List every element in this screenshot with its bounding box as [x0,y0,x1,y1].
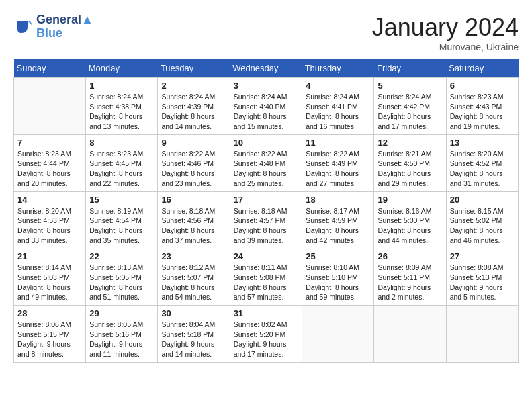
calendar-cell: 26Sunrise: 8:09 AM Sunset: 5:11 PM Dayli… [374,248,446,306]
calendar-cell: 31Sunrise: 8:02 AM Sunset: 5:20 PM Dayli… [230,306,302,363]
calendar-cell: 17Sunrise: 8:18 AM Sunset: 4:57 PM Dayli… [230,191,302,248]
day-number: 31 [234,308,299,318]
calendar-cell: 22Sunrise: 8:13 AM Sunset: 5:05 PM Dayli… [86,248,158,306]
day-info: Sunrise: 8:16 AM Sunset: 5:00 PM Dayligh… [378,206,442,246]
day-info: Sunrise: 8:22 AM Sunset: 4:49 PM Dayligh… [306,149,370,189]
calendar-cell: 27Sunrise: 8:08 AM Sunset: 5:13 PM Dayli… [446,248,518,306]
day-of-week-sunday: Sunday [14,59,86,78]
day-info: Sunrise: 8:15 AM Sunset: 5:02 PM Dayligh… [450,206,515,246]
calendar-cell: 21Sunrise: 8:14 AM Sunset: 5:03 PM Dayli… [14,248,86,306]
day-of-week-friday: Friday [374,59,446,78]
day-number: 14 [17,195,82,205]
logo-icon [13,17,34,37]
calendar-cell: 8Sunrise: 8:23 AM Sunset: 4:45 PM Daylig… [86,134,158,191]
day-number: 23 [161,251,226,261]
day-info: Sunrise: 8:13 AM Sunset: 5:05 PM Dayligh… [89,263,154,302]
day-info: Sunrise: 8:08 AM Sunset: 5:13 PM Dayligh… [450,263,515,302]
day-info: Sunrise: 8:10 AM Sunset: 5:10 PM Dayligh… [306,263,370,302]
day-info: Sunrise: 8:24 AM Sunset: 4:40 PM Dayligh… [234,92,299,132]
day-number: 16 [161,195,226,205]
calendar-cell: 6Sunrise: 8:23 AM Sunset: 4:43 PM Daylig… [446,78,518,135]
day-number: 26 [378,251,442,261]
day-number: 20 [450,195,515,205]
calendar-cell: 14Sunrise: 8:20 AM Sunset: 4:53 PM Dayli… [14,191,86,248]
day-number: 5 [378,81,442,91]
calendar-cell: 24Sunrise: 8:11 AM Sunset: 5:08 PM Dayli… [230,248,302,306]
calendar-cell [446,306,518,363]
day-number: 2 [161,81,226,91]
day-info: Sunrise: 8:23 AM Sunset: 4:45 PM Dayligh… [89,149,154,189]
day-number: 8 [89,138,154,148]
day-info: Sunrise: 8:09 AM Sunset: 5:11 PM Dayligh… [378,263,442,302]
day-number: 27 [450,251,515,261]
calendar-cell: 3Sunrise: 8:24 AM Sunset: 4:40 PM Daylig… [230,78,302,135]
day-number: 11 [306,138,370,148]
day-number: 18 [306,195,370,205]
day-info: Sunrise: 8:22 AM Sunset: 4:48 PM Dayligh… [234,149,299,189]
day-info: Sunrise: 8:14 AM Sunset: 5:03 PM Dayligh… [17,263,82,302]
month-title: January 2024 [372,13,519,42]
day-number: 13 [450,138,515,148]
day-info: Sunrise: 8:17 AM Sunset: 4:59 PM Dayligh… [306,206,370,246]
calendar-cell [14,78,86,135]
calendar-cell: 30Sunrise: 8:04 AM Sunset: 5:18 PM Dayli… [158,306,230,363]
day-info: Sunrise: 8:24 AM Sunset: 4:39 PM Dayligh… [161,92,226,132]
day-info: Sunrise: 8:24 AM Sunset: 4:42 PM Dayligh… [378,92,442,132]
page-header: General▲ Blue January 2024 Murovane, Ukr… [13,13,519,52]
day-number: 7 [17,138,82,148]
day-number: 3 [234,81,299,91]
calendar-cell: 4Sunrise: 8:24 AM Sunset: 4:41 PM Daylig… [302,78,374,135]
day-info: Sunrise: 8:23 AM Sunset: 4:44 PM Dayligh… [17,149,82,189]
day-of-week-monday: Monday [86,59,158,78]
calendar-cell: 7Sunrise: 8:23 AM Sunset: 4:44 PM Daylig… [14,134,86,191]
day-number: 12 [378,138,442,148]
calendar-cell: 12Sunrise: 8:21 AM Sunset: 4:50 PM Dayli… [374,134,446,191]
day-number: 22 [89,251,154,261]
day-of-week-wednesday: Wednesday [230,59,302,78]
day-number: 25 [306,251,370,261]
calendar-header: SundayMondayTuesdayWednesdayThursdayFrid… [14,59,519,78]
calendar-cell: 19Sunrise: 8:16 AM Sunset: 5:00 PM Dayli… [374,191,446,248]
day-info: Sunrise: 8:06 AM Sunset: 5:15 PM Dayligh… [17,320,82,359]
day-number: 10 [234,138,299,148]
week-row-1: 1Sunrise: 8:24 AM Sunset: 4:38 PM Daylig… [14,78,519,135]
calendar-cell [374,306,446,363]
logo: General▲ Blue [13,13,93,40]
week-row-4: 21Sunrise: 8:14 AM Sunset: 5:03 PM Dayli… [14,248,519,306]
day-info: Sunrise: 8:18 AM Sunset: 4:56 PM Dayligh… [161,206,226,246]
day-number: 30 [161,308,226,318]
week-row-2: 7Sunrise: 8:23 AM Sunset: 4:44 PM Daylig… [14,134,519,191]
day-info: Sunrise: 8:19 AM Sunset: 4:54 PM Dayligh… [89,206,154,246]
week-row-3: 14Sunrise: 8:20 AM Sunset: 4:53 PM Dayli… [14,191,519,248]
calendar-cell: 10Sunrise: 8:22 AM Sunset: 4:48 PM Dayli… [230,134,302,191]
day-number: 9 [161,138,226,148]
day-of-week-saturday: Saturday [446,59,518,78]
day-of-week-tuesday: Tuesday [158,59,230,78]
title-block: January 2024 Murovane, Ukraine [372,13,519,52]
day-info: Sunrise: 8:18 AM Sunset: 4:57 PM Dayligh… [234,206,299,246]
day-number: 29 [89,308,154,318]
day-info: Sunrise: 8:23 AM Sunset: 4:43 PM Dayligh… [450,92,515,132]
calendar-cell: 1Sunrise: 8:24 AM Sunset: 4:38 PM Daylig… [86,78,158,135]
week-row-5: 28Sunrise: 8:06 AM Sunset: 5:15 PM Dayli… [14,306,519,363]
day-info: Sunrise: 8:24 AM Sunset: 4:41 PM Dayligh… [306,92,370,132]
day-number: 28 [17,308,82,318]
day-number: 21 [17,251,82,261]
calendar-cell: 29Sunrise: 8:05 AM Sunset: 5:16 PM Dayli… [86,306,158,363]
logo-text: General▲ Blue [36,13,93,40]
calendar-cell: 13Sunrise: 8:20 AM Sunset: 4:52 PM Dayli… [446,134,518,191]
day-info: Sunrise: 8:05 AM Sunset: 5:16 PM Dayligh… [89,320,154,359]
calendar-cell: 15Sunrise: 8:19 AM Sunset: 4:54 PM Dayli… [86,191,158,248]
calendar-cell: 28Sunrise: 8:06 AM Sunset: 5:15 PM Dayli… [14,306,86,363]
day-info: Sunrise: 8:21 AM Sunset: 4:50 PM Dayligh… [378,149,442,189]
day-number: 4 [306,81,370,91]
day-number: 6 [450,81,515,91]
day-of-week-thursday: Thursday [302,59,374,78]
day-info: Sunrise: 8:02 AM Sunset: 5:20 PM Dayligh… [234,320,299,359]
day-info: Sunrise: 8:04 AM Sunset: 5:18 PM Dayligh… [161,320,226,359]
day-number: 15 [89,195,154,205]
day-info: Sunrise: 8:12 AM Sunset: 5:07 PM Dayligh… [161,263,226,302]
calendar-cell: 9Sunrise: 8:22 AM Sunset: 4:46 PM Daylig… [158,134,230,191]
calendar-cell: 20Sunrise: 8:15 AM Sunset: 5:02 PM Dayli… [446,191,518,248]
day-number: 19 [378,195,442,205]
